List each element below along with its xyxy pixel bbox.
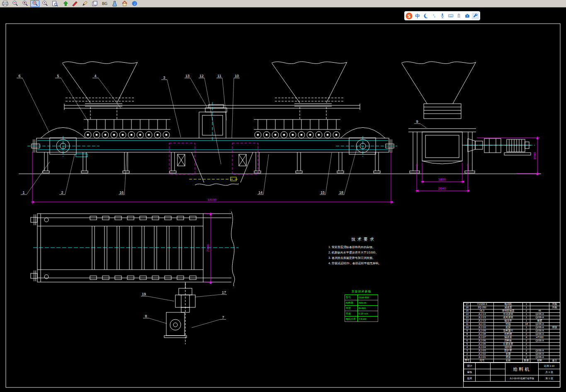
parts-list-row: 4JLJ-04清扫器1: [464, 346, 560, 349]
tech-requirement-item: 3. 各润滑点按规定牌号加注润滑脂。: [328, 255, 399, 261]
top-toolbar: BGi: [0, 0, 566, 7]
zoom-extents-button[interactable]: [50, 0, 59, 7]
part-balloon-2: 2: [59, 154, 75, 195]
parts-list-row: 5JLJ-05拉紧装置2: [464, 343, 560, 346]
palette-button[interactable]: [110, 0, 119, 7]
home-view-button[interactable]: [120, 0, 129, 7]
parameter-row: 带速0.25 m/s: [345, 311, 378, 317]
part-balloon-18: 18: [338, 146, 357, 195]
part-balloon-1: 1: [21, 162, 50, 195]
cad-canvas[interactable]: 65431312111012161415189198177 1310018002…: [0, 8, 566, 392]
toolbox-icon[interactable]: [464, 12, 471, 19]
part-balloon-12: 12: [199, 74, 221, 164]
title-block: 17Y132M-4电动机1外购16ZQ-250减速器1外购15HL3弹性联轴器2…: [463, 302, 560, 387]
sketch-pen-button[interactable]: [80, 0, 89, 7]
centerlines: [27, 102, 535, 248]
zoom-out-button[interactable]: [10, 0, 19, 7]
front-view[interactable]: [19, 62, 541, 185]
svg-text:7: 7: [222, 315, 224, 319]
print-button[interactable]: [0, 0, 10, 7]
chinese-mode-icon[interactable]: 中: [414, 12, 421, 19]
part-balloon-4: 4: [92, 74, 121, 109]
svg-text:2040: 2040: [438, 187, 446, 190]
side-view[interactable]: [401, 62, 531, 173]
svg-text:5: 5: [57, 74, 59, 78]
parts-list-row: 9JLJ-09受料漏斗2Q235-A: [464, 329, 560, 333]
svg-text:BG: BG: [102, 2, 107, 6]
parts-list-row: 3JLJ-03防护罩2Q235-A: [464, 349, 560, 353]
svg-text:16: 16: [119, 190, 124, 195]
parts-list-row: 1JLJ-01底座2Q235-A: [464, 356, 560, 359]
svg-text:1800: 1800: [438, 178, 446, 181]
part-balloon-17: 17: [195, 290, 227, 297]
svg-text:2350: 2350: [206, 244, 210, 252]
input-method-bar[interactable]: S中’,: [404, 11, 480, 20]
parts-list-row: 2JLJ-02支腿8Q235-A: [464, 353, 560, 356]
pan-button[interactable]: [60, 0, 69, 7]
part-balloon-11: 11: [216, 74, 226, 120]
parts-list-row: 10JLJ-10机架1Q235-A焊接: [464, 326, 560, 329]
svg-text:S: S: [408, 13, 411, 19]
zoom-in-button[interactable]: [20, 0, 29, 7]
parts-list: 17Y132M-4电动机1外购16ZQ-250减速器1外购15HL3弹性联轴器2…: [464, 302, 560, 363]
parts-list-row: 6JLJ-06挡料板2Q235-A: [464, 339, 560, 343]
svg-text:1: 1: [22, 190, 24, 195]
highlight-lines: [189, 177, 238, 181]
svg-text:13: 13: [185, 74, 189, 78]
parts-list-header: 序号代号名称数量材料备注: [464, 359, 560, 363]
hidden-lines: [66, 98, 345, 344]
zoom-realtime-button[interactable]: [40, 0, 49, 7]
part-balloon-8: 8: [143, 314, 167, 324]
svg-text:8: 8: [145, 314, 147, 318]
dimension-lines: [32, 138, 540, 282]
tech-requirements-title: 技术要求: [328, 236, 399, 242]
svg-text:中: 中: [415, 13, 420, 19]
parameter-row: 带宽B=800: [345, 306, 378, 311]
technical-requirements: 技术要求 1. 安装前应清除各部件内外的杂物。2. 机架纵向水平度误差不大于1/…: [328, 236, 399, 266]
generated-geometry: [43, 119, 522, 280]
svg-text:3: 3: [163, 75, 165, 80]
tech-requirement-item: 4. 空载试运转2h，各部运转平稳无异响。: [328, 261, 399, 266]
svg-text:19: 19: [142, 292, 146, 296]
svg-text:6: 6: [18, 74, 20, 78]
parameter-row: 电机功率7.5 kW: [345, 317, 378, 322]
svg-text:’,: ’,: [433, 14, 435, 18]
fullwidth-moon-icon[interactable]: [422, 12, 429, 19]
info-button[interactable]: i: [130, 0, 139, 7]
parts-list-row: 16ZQ-250减速器1外购: [464, 306, 560, 309]
voice-input-icon[interactable]: [439, 12, 446, 19]
svg-text:13100: 13100: [207, 198, 217, 202]
svg-text:4: 4: [94, 74, 96, 78]
svg-text:9: 9: [416, 119, 418, 124]
clipboard-icon[interactable]: [455, 12, 462, 19]
parameter-table-caption: 主要技术参数: [345, 290, 378, 294]
svg-text:18: 18: [339, 190, 343, 195]
parameter-table: 主要技术参数 型号GLW-800给料量400 t/h带宽B=800带速0.25 …: [345, 290, 378, 322]
svg-text:1600: 1600: [533, 152, 537, 160]
parameter-table-grid: 型号GLW-800给料量400 t/h带宽B=800带速0.25 m/s电机功率…: [345, 295, 378, 322]
parameter-row: 给料量400 t/h: [345, 300, 378, 306]
part-balloon-19: 19: [141, 292, 174, 301]
tech-requirement-item: 2. 机架纵向水平度误差不大于1/1000。: [328, 250, 399, 255]
sogou-logo-icon[interactable]: S: [406, 12, 413, 19]
part-balloon-10: 10: [232, 74, 240, 138]
background-toggle-button[interactable]: BG: [100, 0, 109, 7]
plan-view[interactable]: [31, 212, 235, 338]
parts-list-row: 8JLJ-08给料槽2Q235-A: [464, 333, 560, 336]
part-balloon-6: 6: [17, 74, 49, 132]
parts-list-row: 7JLJ-07轴承座4HT200: [464, 336, 560, 339]
trim-button[interactable]: [70, 0, 79, 7]
part-balloon-7: 7: [192, 315, 226, 328]
settings-wrench-icon[interactable]: [472, 12, 479, 19]
zoom-window-button[interactable]: [30, 0, 39, 7]
svg-text:15: 15: [321, 190, 325, 195]
svg-text:10: 10: [235, 74, 239, 78]
punctuation-icon[interactable]: ’,: [430, 12, 437, 19]
parts-list-row: 14JLJ-14传动滚筒1Q235-A: [464, 313, 560, 316]
parts-list-row: 15HL3弹性联轴器245: [464, 309, 560, 313]
sheets-button[interactable]: [90, 0, 99, 7]
svg-text:14: 14: [258, 190, 262, 195]
soft-keyboard-icon[interactable]: [447, 12, 454, 19]
parts-list-row: 11JLJ-11托辊18Q235-A: [464, 323, 560, 326]
svg-text:11: 11: [217, 74, 221, 78]
